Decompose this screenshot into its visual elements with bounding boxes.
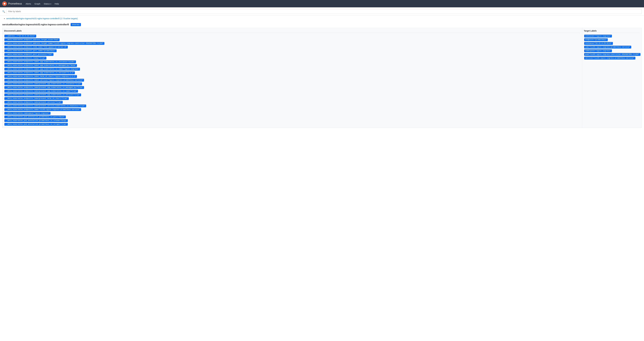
- show-less-button[interactable]: show less: [70, 23, 81, 26]
- filter-bar: 🔍: [0, 7, 644, 16]
- discovered-label-badge[interactable]: __meta_kubernetes_endpoint_address_targe…: [4, 42, 104, 45]
- discovered-label-badge[interactable]: __meta_kubernetes_endpoints_labelpresent…: [4, 97, 69, 100]
- discovered-label-badge[interactable]: __meta_kubernetes_pod_annotation_prometh…: [4, 123, 68, 126]
- brand: Prometheus: [2, 1, 22, 6]
- chevron-down-icon: [50, 2, 51, 5]
- discovered-label-badge[interactable]: __meta_kubernetes_endpoints_labelpresent…: [4, 86, 84, 89]
- target-section: serviceMonitor/nginx-ingress/nic01-nginx…: [0, 21, 644, 128]
- service-monitor-link[interactable]: serviceMonitor/nginx-ingress/nic01-nginx…: [6, 17, 78, 20]
- graph-link[interactable]: Graph: [33, 2, 42, 6]
- discovered-labels-header: Discovered Labels: [4, 30, 580, 33]
- filter-input[interactable]: [6, 9, 642, 14]
- alerts-link[interactable]: Alerts: [24, 2, 32, 6]
- discovered-label-badge[interactable]: __meta_kubernetes_pod_annotation_prometh…: [4, 115, 66, 118]
- discovered-label-badge[interactable]: __meta_kubernetes_pod_annotation_prometh…: [4, 119, 68, 122]
- service-monitor-link-section: serviceMonitor/nginx-ingress/nic01-nginx…: [0, 16, 644, 21]
- target-label-badge[interactable]: namespace="nginx-ingress": [584, 49, 612, 52]
- discovered-label-badge[interactable]: __meta_kubernetes_endpoints_labelpresent…: [4, 82, 82, 85]
- target-label-badge[interactable]: container="nginx-ingress": [584, 35, 612, 37]
- target-label-badge[interactable]: service="nic01-nginx-ingress-prometheus-…: [584, 57, 635, 59]
- target-title: serviceMonitor/nginx-ingress/nic01-nginx…: [2, 23, 69, 26]
- brand-label: Prometheus: [8, 2, 22, 5]
- discovered-label-badge[interactable]: __meta_kubernetes_endpoint_node_name="k3…: [4, 46, 68, 48]
- svg-point-1: [4, 3, 6, 5]
- navbar: Prometheus Alerts Graph Status Help: [0, 0, 644, 7]
- discovered-label-badge[interactable]: __meta_kubernetes_endpoints_label_app_ku…: [4, 68, 80, 70]
- discovered-label-badge[interactable]: __meta_kubernetes_endpoint_port_name="pr…: [4, 49, 56, 52]
- help-link[interactable]: Help: [53, 2, 60, 6]
- discovered-label-badge[interactable]: __meta_kubernetes_endpoint_ready="true": [4, 57, 46, 59]
- target-labels-col: Target Labels container="nginx-ingress"e…: [582, 28, 642, 128]
- target-header: serviceMonitor/nginx-ingress/nic01-nginx…: [2, 23, 642, 26]
- target-labels-header: Target Labels: [584, 30, 640, 33]
- discovered-label-badge[interactable]: __meta_kubernetes_endpoint_address_targe…: [4, 38, 60, 41]
- discovered-label-badge[interactable]: __meta_kubernetes_endpoints_name="nic01-…: [4, 108, 81, 111]
- target-label-badge[interactable]: job="nic01-nginx-ingress-prometheus-serv…: [584, 46, 631, 48]
- discovered-label-badge[interactable]: __meta_kubernetes_endpoints_label_app_ku…: [4, 60, 76, 63]
- search-icon: 🔍: [2, 10, 5, 13]
- discovered-label-badge[interactable]: __meta_kubernetes_endpoints_label_app_ku…: [4, 64, 77, 67]
- target-labels-list: container="nginx-ingress"endpoint="prome…: [584, 34, 640, 60]
- prometheus-logo: [2, 1, 7, 6]
- discovered-label-badge[interactable]: __meta_kubernetes_endpoint_port_protocol…: [4, 53, 54, 56]
- labels-table: Discovered Labels __address__="10.42.0.2…: [2, 28, 642, 128]
- list-item: serviceMonitor/nginx-ingress/nic01-nginx…: [6, 17, 640, 20]
- discovered-label-badge[interactable]: __meta_kubernetes_endpoints_label_helm_s…: [4, 75, 77, 78]
- discovered-labels-col: Discovered Labels __address__="10.42.0.2…: [2, 28, 582, 128]
- target-label-badge[interactable]: instance="10.42.0.29:9113": [584, 42, 613, 45]
- discovered-label-badge[interactable]: __address__="10.42.0.29:9113": [4, 35, 36, 37]
- discovered-label-badge[interactable]: __meta_kubernetes_endpoints_label_app_ku…: [4, 71, 75, 74]
- discovered-label-badge[interactable]: __meta_kubernetes_namespace="nginx-ingre…: [4, 112, 50, 115]
- discovered-label-badge[interactable]: __meta_kubernetes_endpoints_labelpresent…: [4, 101, 63, 104]
- target-label-badge[interactable]: endpoint="prometheus": [584, 38, 608, 41]
- discovered-labels-list: __address__="10.42.0.29:9113"__meta_kube…: [4, 34, 580, 126]
- target-label-badge[interactable]: pod="nic01-nginx-ingress-controller-85b5…: [584, 53, 640, 56]
- discovered-label-badge[interactable]: __meta_kubernetes_endpoints_labelpresent…: [4, 93, 81, 96]
- status-label: Status: [44, 2, 50, 5]
- discovered-label-badge[interactable]: __meta_kubernetes_endpoints_labelpresent…: [4, 104, 86, 107]
- discovered-label-badge[interactable]: __meta_kubernetes_endpoints_label_servic…: [4, 79, 84, 82]
- status-dropdown[interactable]: Status: [42, 2, 53, 6]
- discovered-label-badge[interactable]: __meta_kubernetes_endpoints_labelpresent…: [4, 90, 78, 93]
